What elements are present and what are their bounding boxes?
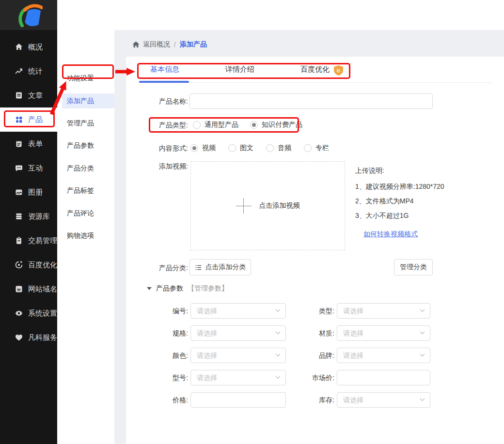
- radio-column[interactable]: 专栏: [304, 144, 329, 153]
- select-brand[interactable]: 请选择: [337, 348, 430, 363]
- submenu-item-product-tags[interactable]: 产品标签: [57, 180, 114, 202]
- select-placeholder: 请选择: [343, 393, 363, 407]
- database-icon: [15, 212, 23, 221]
- radio-label: 知识付费产品: [262, 121, 302, 129]
- stats-icon: [15, 67, 23, 76]
- gear-icon: [15, 309, 23, 318]
- tab-baidu-seo[interactable]: 百度优化: [300, 63, 330, 76]
- select-stock[interactable]: 请选择: [337, 392, 430, 408]
- plus-icon: [236, 198, 252, 214]
- list-icon: [195, 264, 202, 271]
- submenu-item-feature-settings[interactable]: 功能设置: [57, 67, 114, 90]
- active-tab-underline: [139, 81, 189, 83]
- submenu-item-product-params[interactable]: 产品参数: [57, 135, 114, 157]
- top-bar: [57, 0, 504, 30]
- submenu-item-product-categories[interactable]: 产品分类: [57, 157, 114, 180]
- manage-params-link[interactable]: 【管理参数】: [188, 284, 228, 293]
- sidebar-item-label: 网站域名: [28, 285, 57, 294]
- primary-sidebar: 概况 统计 文章 产品 表单 互动 图册 资源库: [0, 0, 57, 444]
- radio-audio[interactable]: 音频: [266, 144, 291, 153]
- product-params-header[interactable]: 产品参数 【管理参数】: [147, 284, 228, 293]
- param-label-price: 价格:: [126, 392, 188, 408]
- radio-label: 视频: [202, 144, 216, 153]
- sidebar-item-settings[interactable]: 系统设置: [0, 301, 57, 325]
- secondary-sidebar: 功能设置 添加产品 管理产品 产品参数 产品分类 产品标签 产品评论 购物选项: [57, 30, 114, 444]
- upload-note-item: 3、大小不超过1G: [355, 212, 501, 219]
- select-placeholder: 请选择: [197, 304, 217, 318]
- sidebar-item-label: 产品: [28, 115, 43, 124]
- select-placeholder: 请选择: [197, 326, 217, 340]
- manage-category-button[interactable]: 管理分类: [394, 259, 433, 276]
- breadcrumb-back-link[interactable]: 返回概况: [132, 40, 170, 49]
- radio-general-product[interactable]: 通用型产品: [193, 121, 238, 129]
- tab-details[interactable]: 详情介绍: [225, 63, 254, 76]
- upload-notes-title: 上传说明:: [355, 167, 501, 175]
- sidebar-item-services[interactable]: 凡科服务: [0, 325, 57, 350]
- breadcrumb-current: 添加产品: [180, 40, 207, 49]
- radio-image-text[interactable]: 图文: [228, 144, 253, 153]
- sidebar-item-label: 交易管理: [28, 236, 57, 245]
- submenu-item-label: 产品评论: [67, 209, 94, 218]
- radio-circle-icon: [228, 144, 236, 152]
- sidebar-item-label: 表单: [28, 139, 43, 149]
- param-label-material: 材质:: [271, 325, 334, 341]
- product-name-label: 产品名称:: [126, 97, 188, 106]
- product-grid-icon: [15, 115, 23, 124]
- breadcrumb-back-label: 返回概况: [143, 40, 170, 49]
- chevron-down-icon: [420, 309, 425, 312]
- home-icon: [15, 43, 23, 51]
- radio-label: 专栏: [315, 144, 329, 153]
- sidebar-item-label: 概况: [28, 43, 43, 52]
- add-video-label: 添加视频:: [126, 162, 188, 171]
- add-video-button-text: 点击添加视频: [259, 201, 300, 210]
- param-row: 规格: 请选择 材质: 请选择: [126, 325, 504, 341]
- sidebar-item-gallery[interactable]: 图册: [0, 180, 57, 204]
- sidebar-item-stats[interactable]: 统计: [0, 59, 57, 83]
- tab-basic-info[interactable]: 基本信息: [150, 63, 179, 76]
- sidebar-item-products[interactable]: 产品: [0, 107, 57, 132]
- form-icon: [15, 139, 23, 148]
- radio-circle-icon: [266, 144, 274, 152]
- radio-circle-icon: [190, 144, 198, 152]
- sidebar-item-domain[interactable]: w 网站域名: [0, 277, 57, 301]
- sidebar-item-interaction[interactable]: 互动: [0, 156, 57, 180]
- sidebar-item-articles[interactable]: 文章: [0, 83, 57, 107]
- submenu-item-manage-products[interactable]: 管理产品: [57, 112, 114, 135]
- submenu-item-label: 管理产品: [67, 119, 94, 128]
- add-video-dropzone[interactable]: 点击添加视频: [190, 161, 345, 250]
- select-type[interactable]: 请选择: [337, 303, 430, 319]
- add-category-button[interactable]: 点击添加分类: [189, 259, 251, 276]
- manage-category-button-label: 管理分类: [400, 263, 427, 272]
- submenu-item-product-reviews[interactable]: 产品评论: [57, 202, 114, 224]
- collapse-triangle-icon: [147, 287, 152, 290]
- seo-badge-icon: 标: [333, 65, 344, 78]
- param-row: 型号: 请选择 市场价:: [126, 370, 504, 385]
- submenu-item-shopping-options[interactable]: 购物选项: [57, 225, 114, 247]
- product-name-input[interactable]: [189, 93, 433, 109]
- sidebar-item-label: 系统设置: [28, 309, 57, 318]
- heart-icon: [15, 333, 23, 342]
- sidebar-item-label: 百度优化: [28, 260, 57, 270]
- sidebar-item-overview[interactable]: 概况: [0, 35, 57, 59]
- sidebar-item-forms[interactable]: 表单: [0, 132, 57, 156]
- submenu-item-add-product[interactable]: 添加产品: [57, 90, 114, 112]
- chat-icon: [15, 164, 23, 172]
- radio-label: 图文: [240, 144, 253, 153]
- select-material[interactable]: 请选择: [337, 325, 430, 341]
- input-market-price[interactable]: [337, 370, 430, 385]
- sidebar-item-baidu-seo[interactable]: 百度优化: [0, 253, 57, 277]
- sidebar-item-resources[interactable]: 资源库: [0, 204, 57, 229]
- radio-label: 通用型产品: [205, 121, 238, 129]
- select-placeholder: 请选择: [343, 326, 363, 340]
- radio-video[interactable]: 视频: [190, 144, 216, 153]
- submenu-item-label: 功能设置: [67, 74, 94, 83]
- radio-knowledge-paid-product[interactable]: 知识付费产品: [250, 121, 302, 129]
- sidebar-item-label: 凡科服务: [28, 333, 57, 342]
- chevron-down-icon: [420, 398, 425, 401]
- convert-video-format-link[interactable]: 如何转换视频格式: [363, 230, 418, 239]
- upload-note-item: 2、文件格式为MP4: [355, 197, 501, 205]
- sidebar-item-label: 图册: [28, 188, 43, 197]
- home-icon: [132, 41, 140, 48]
- sidebar-item-transactions[interactable]: 交易管理: [0, 229, 57, 253]
- param-label-number: 编号:: [126, 303, 188, 319]
